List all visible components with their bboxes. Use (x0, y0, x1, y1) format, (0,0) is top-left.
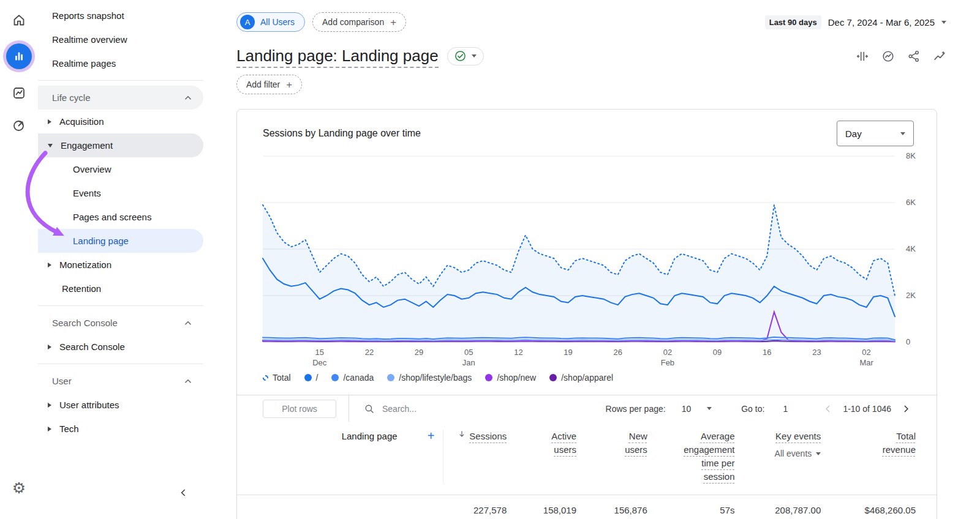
sidebar-item-landing-page[interactable]: Landing page (38, 229, 203, 253)
sidebar-item-overview[interactable]: Overview (38, 157, 203, 181)
filter-bar: Add filter + (236, 75, 946, 94)
add-filter-label: Add filter (246, 80, 280, 89)
expand-arrow-icon (48, 263, 51, 267)
x-axis-label: 26 (614, 347, 622, 357)
sidebar-item-reports-snapshot[interactable]: Reports snapshot (38, 4, 203, 28)
sidebar-item-pages-and-screens[interactable]: Pages and screens (38, 205, 203, 229)
column-header-total-revenue[interactable]: Total revenue (821, 430, 916, 457)
date-range-preset-badge: Last 90 days (765, 15, 821, 29)
chart-title: Sessions by Landing page over time (263, 128, 421, 139)
key-events-filter-select[interactable]: All events (775, 449, 821, 458)
legend-label: /canada (343, 373, 374, 383)
totals-key-events: 208,787.00 (735, 505, 821, 515)
sidebar-item-label: Monetization (59, 260, 111, 270)
rows-per-page-select[interactable]: 10 (682, 404, 712, 414)
x-axis-label: 16 (763, 347, 771, 357)
sidebar-item-user-attributes[interactable]: User attributes (38, 393, 203, 417)
sort-descending-icon (458, 430, 466, 439)
y-axis-label: 2K (906, 291, 916, 300)
column-header-key-events[interactable]: Key events All events (735, 430, 821, 458)
section-header-life-cycle[interactable]: Life cycle (38, 86, 203, 110)
add-comparison-button[interactable]: Add comparison + (312, 12, 406, 32)
legend-item[interactable]: /canada (331, 373, 374, 383)
advertising-icon[interactable] (6, 113, 32, 138)
granularity-select[interactable]: Day (837, 121, 914, 146)
chart-legend: Total//canada/shop/lifestyle/bags/shop/n… (237, 373, 937, 383)
plus-icon: + (390, 17, 396, 28)
search-input[interactable] (381, 403, 516, 414)
sidebar-item-realtime-overview[interactable]: Realtime overview (38, 28, 203, 51)
legend-item[interactable]: /shop/lifestyle/bags (387, 373, 472, 383)
x-axis-label: 19 (564, 347, 572, 357)
sidebar-item-label: Pages and screens (73, 212, 151, 222)
x-axis-label: 22 (365, 347, 374, 357)
add-dimension-button[interactable]: + (428, 430, 435, 442)
chevron-up-icon (183, 376, 194, 387)
x-axis-label: 29 (415, 347, 423, 357)
sidebar-divider (38, 80, 203, 81)
section-header-user[interactable]: User (38, 369, 203, 393)
sidebar-item-events[interactable]: Events (38, 181, 203, 205)
column-header-avg-engagement[interactable]: Average engagement time per session (647, 430, 735, 484)
legend-item[interactable]: /shop/new (485, 373, 536, 383)
legend-item[interactable]: /shop/apparel (549, 373, 613, 383)
sidebar-item-label: Realtime pages (52, 58, 116, 69)
column-header-new-users[interactable]: New users (576, 430, 647, 457)
sidebar-divider (38, 364, 203, 364)
x-axis-label: 09 (713, 347, 722, 357)
sidebar-item-monetization[interactable]: Monetization (38, 253, 203, 277)
key-events-filter-value: All events (775, 449, 812, 458)
table-search (364, 403, 606, 414)
home-icon[interactable] (6, 7, 32, 33)
x-axis-label: 05Jan (462, 347, 475, 368)
report-title-row: Landing page: Landing page (236, 47, 946, 65)
totals-avg-engagement: 57s (647, 505, 735, 515)
data-quality-menu[interactable] (447, 47, 484, 65)
legend-swatch (387, 374, 394, 381)
search-icon (364, 403, 375, 414)
next-page-icon[interactable] (900, 403, 912, 415)
previous-page-icon[interactable] (822, 403, 834, 415)
comparisons-icon[interactable] (856, 50, 869, 63)
plot-rows-button[interactable]: Plot rows (263, 400, 336, 418)
all-users-comparison-pill[interactable]: A All Users (236, 12, 305, 32)
legend-item[interactable]: / (304, 373, 318, 383)
sidebar-item-realtime-pages[interactable]: Realtime pages (38, 51, 203, 75)
add-filter-button[interactable]: Add filter + (236, 75, 302, 94)
explore-icon[interactable] (6, 80, 32, 106)
sidebar-item-label: Landing page (73, 236, 129, 246)
collapse-sidebar-button[interactable] (178, 487, 190, 501)
comparison-avatar: A (240, 15, 255, 29)
reports-icon[interactable] (6, 43, 32, 69)
insights-icon[interactable] (881, 50, 895, 63)
section-header-search-console[interactable]: Search Console (38, 311, 203, 335)
admin-gear-icon[interactable]: ⚙ (12, 479, 26, 497)
sidebar-item-label: Tech (59, 424, 79, 434)
column-header-active-users[interactable]: Active users (507, 430, 576, 457)
sidebar-item-tech[interactable]: Tech (38, 417, 203, 441)
add-comparison-label: Add comparison (322, 17, 384, 27)
sidebar-item-label: Overview (73, 164, 111, 174)
legend-swatch (263, 375, 268, 381)
goto-label: Go to: (741, 404, 764, 414)
app-root: ⚙ Reports snapshot Realtime overview Rea… (0, 0, 980, 519)
chevron-up-icon (183, 92, 194, 103)
sidebar-item-search-console[interactable]: Search Console (38, 335, 203, 359)
share-icon[interactable] (907, 50, 921, 63)
collapse-arrow-icon (48, 144, 53, 147)
sidebar-item-acquisition[interactable]: Acquisition (38, 110, 203, 133)
column-header-sessions[interactable]: Sessions (443, 430, 507, 443)
legend-label: Total (273, 373, 291, 383)
chevron-down-icon (900, 132, 905, 135)
plus-icon: + (286, 80, 292, 90)
sidebar-item-label: Search Console (59, 342, 125, 352)
date-range-picker[interactable]: Last 90 days Dec 7, 2024 - Mar 6, 2025 (765, 15, 946, 29)
chevron-down-icon (816, 452, 821, 455)
sidebar-item-engagement[interactable]: Engagement (38, 133, 203, 157)
customize-report-icon[interactable] (933, 50, 946, 63)
sidebar-item-retention[interactable]: Retention (38, 277, 203, 301)
totals-dimension-cell (296, 505, 444, 515)
goto-page-input[interactable]: 1 (783, 404, 791, 414)
expand-arrow-icon (48, 345, 51, 349)
legend-item[interactable]: Total (263, 373, 291, 383)
